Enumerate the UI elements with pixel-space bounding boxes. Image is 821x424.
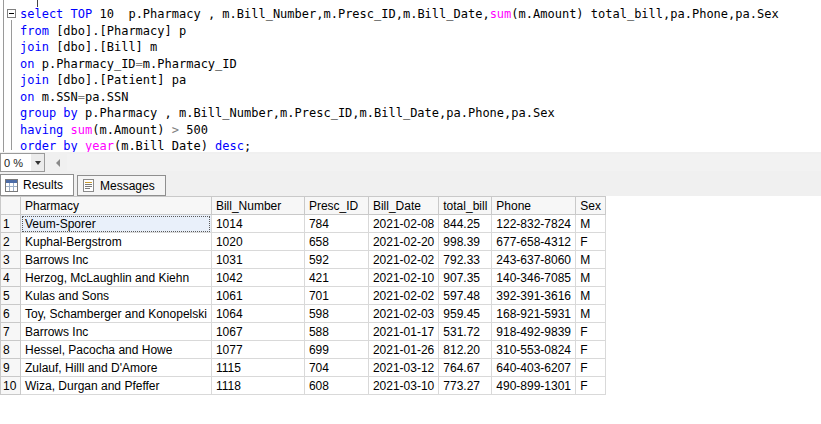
grid-cell[interactable]: F: [576, 359, 606, 377]
grid-cell[interactable]: Veum-Sporer: [21, 215, 212, 233]
grid-cell[interactable]: 2021-02-03: [368, 305, 438, 323]
grid-cell[interactable]: 1061: [211, 287, 304, 305]
row-header[interactable]: 5: [1, 287, 21, 305]
grid-cell[interactable]: Hessel, Pacocha and Howe: [21, 341, 212, 359]
grid-cell[interactable]: F: [576, 233, 606, 251]
grid-cell[interactable]: 2021-02-10: [368, 269, 438, 287]
grid-cell[interactable]: 2021-02-08: [368, 215, 438, 233]
table-row: 5Kulas and Sons10617012021-02-02597.4839…: [1, 287, 606, 305]
grid-cell[interactable]: 122-832-7824: [492, 215, 576, 233]
grid-cell[interactable]: 812.20: [439, 341, 492, 359]
grid-cell[interactable]: 392-391-3616: [492, 287, 576, 305]
grid-cell[interactable]: 704: [304, 359, 368, 377]
grid-cell[interactable]: 597.48: [439, 287, 492, 305]
grid-cell[interactable]: 701: [304, 287, 368, 305]
row-header[interactable]: 10: [1, 377, 21, 395]
grid-cell[interactable]: 1067: [211, 323, 304, 341]
grid-cell[interactable]: 140-346-7085: [492, 269, 576, 287]
column-header[interactable]: Bill_Date: [368, 197, 438, 215]
grid-cell[interactable]: Barrows Inc: [21, 323, 212, 341]
code-token: on: [20, 57, 34, 71]
grid-cell[interactable]: 640-403-6207: [492, 359, 576, 377]
grid-cell[interactable]: 490-899-1301: [492, 377, 576, 395]
grid-cell[interactable]: 773.27: [439, 377, 492, 395]
grid-cell[interactable]: 1020: [211, 233, 304, 251]
grid-cell[interactable]: 907.35: [439, 269, 492, 287]
grid-cell[interactable]: Barrows Inc: [21, 251, 212, 269]
column-header[interactable]: Phone: [492, 197, 576, 215]
grid-cell[interactable]: 1115: [211, 359, 304, 377]
tab-messages[interactable]: Messages: [77, 175, 166, 196]
editor-margin-divider: [3, 0, 4, 152]
column-header[interactable]: Bill_Number: [211, 197, 304, 215]
grid-cell[interactable]: Toy, Schamberger and Konopelski: [21, 305, 212, 323]
grid-cell[interactable]: 2021-01-26: [368, 341, 438, 359]
grid-cell[interactable]: 764.67: [439, 359, 492, 377]
grid-cell[interactable]: 1077: [211, 341, 304, 359]
column-header[interactable]: Presc_ID: [304, 197, 368, 215]
grid-cell[interactable]: 531.72: [439, 323, 492, 341]
grid-header-row: PharmacyBill_NumberPresc_IDBill_Datetota…: [1, 197, 606, 215]
row-header[interactable]: 8: [1, 341, 21, 359]
grid-cell[interactable]: 784: [304, 215, 368, 233]
grid-cell[interactable]: 2021-03-10: [368, 377, 438, 395]
grid-cell[interactable]: 2021-02-02: [368, 251, 438, 269]
column-header[interactable]: Pharmacy: [21, 197, 212, 215]
horizontal-scrollbar-track[interactable]: [67, 154, 821, 171]
chevron-down-icon[interactable]: [31, 154, 44, 171]
grid-cell[interactable]: Herzog, McLaughlin and Kiehn: [21, 269, 212, 287]
code-collapse-toggle-icon[interactable]: [7, 9, 16, 18]
grid-cell[interactable]: M: [576, 305, 606, 323]
grid-cell[interactable]: F: [576, 341, 606, 359]
grid-cell[interactable]: 592: [304, 251, 368, 269]
grid-cell[interactable]: 699: [304, 341, 368, 359]
grid-cell[interactable]: F: [576, 323, 606, 341]
grid-cell[interactable]: 1014: [211, 215, 304, 233]
grid-cell[interactable]: 608: [304, 377, 368, 395]
column-header[interactable]: Sex: [576, 197, 606, 215]
grid-cell[interactable]: F: [576, 377, 606, 395]
grid-cell[interactable]: 1042: [211, 269, 304, 287]
grid-cell[interactable]: M: [576, 269, 606, 287]
grid-cell[interactable]: Wiza, Durgan and Pfeffer: [21, 377, 212, 395]
grid-cell[interactable]: 421: [304, 269, 368, 287]
zoom-dropdown[interactable]: 0 %: [0, 153, 45, 172]
row-header[interactable]: 9: [1, 359, 21, 377]
grid-cell[interactable]: 844.25: [439, 215, 492, 233]
grid-cell[interactable]: 1031: [211, 251, 304, 269]
grid-cell[interactable]: Kuphal-Bergstrom: [21, 233, 212, 251]
grid-cell[interactable]: 1118: [211, 377, 304, 395]
row-header[interactable]: 4: [1, 269, 21, 287]
row-header[interactable]: 3: [1, 251, 21, 269]
scroll-left-button[interactable]: [50, 154, 65, 171]
grid-cell[interactable]: 588: [304, 323, 368, 341]
grid-cell[interactable]: Kulas and Sons: [21, 287, 212, 305]
grid-cell[interactable]: Zulauf, Hilll and D'Amore: [21, 359, 212, 377]
grid-cell[interactable]: M: [576, 215, 606, 233]
row-header[interactable]: 1: [1, 215, 21, 233]
tab-results[interactable]: Results: [0, 174, 74, 196]
grid-cell[interactable]: 168-921-5931: [492, 305, 576, 323]
column-header[interactable]: total_bill: [439, 197, 492, 215]
grid-cell[interactable]: M: [576, 251, 606, 269]
row-header[interactable]: 6: [1, 305, 21, 323]
grid-cell[interactable]: 2021-02-02: [368, 287, 438, 305]
grid-cell[interactable]: 1064: [211, 305, 304, 323]
grid-cell[interactable]: 792.33: [439, 251, 492, 269]
grid-corner-header[interactable]: [1, 197, 21, 215]
grid-cell[interactable]: 2021-02-20: [368, 233, 438, 251]
row-header[interactable]: 7: [1, 323, 21, 341]
grid-cell[interactable]: 658: [304, 233, 368, 251]
grid-cell[interactable]: 677-658-4312: [492, 233, 576, 251]
grid-cell[interactable]: 918-492-9839: [492, 323, 576, 341]
grid-cell[interactable]: 598: [304, 305, 368, 323]
grid-cell[interactable]: 2021-03-12: [368, 359, 438, 377]
grid-cell[interactable]: 310-553-0824: [492, 341, 576, 359]
row-header[interactable]: 2: [1, 233, 21, 251]
grid-cell[interactable]: M: [576, 287, 606, 305]
grid-cell[interactable]: 959.45: [439, 305, 492, 323]
sql-editor[interactable]: select TOP 10 p.Pharmacy , m.Bill_Number…: [0, 0, 821, 152]
grid-cell[interactable]: 2021-01-17: [368, 323, 438, 341]
grid-cell[interactable]: 243-637-8060: [492, 251, 576, 269]
grid-cell[interactable]: 998.39: [439, 233, 492, 251]
